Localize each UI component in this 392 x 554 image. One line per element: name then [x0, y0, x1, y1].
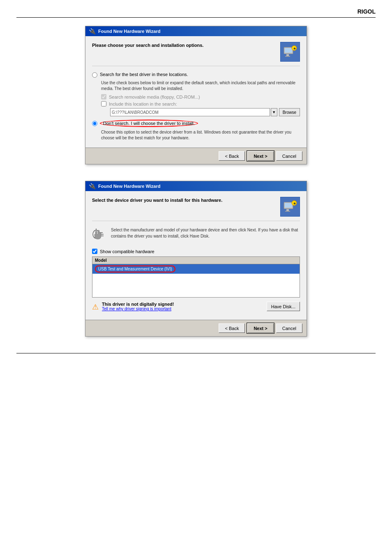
svg-rect-9 [285, 211, 290, 212]
dialog1-body: Please choose your search and installati… [85, 36, 307, 148]
dialog2-footer: < Back Next > Cancel [85, 320, 307, 336]
include-location-label: Include this location in the search: [109, 102, 177, 106]
info-text: Select the manufacturer and model of you… [111, 227, 300, 239]
hand-icon [92, 227, 107, 245]
warning-row: ⚠ This driver is not digitally signed! T… [92, 302, 174, 312]
dialog1-header-text: Please choose your search and installati… [92, 42, 280, 48]
model-table-body: USB Test and Measurement Device (IVI) [92, 264, 300, 297]
dialog1-title-icon: 🔌 [89, 28, 96, 35]
info-icon-row: Select the manufacturer and model of you… [92, 227, 300, 245]
dialog1-back-button[interactable]: < Back [219, 151, 245, 161]
dont-search-label[interactable]: Don't search. I will choose the driver t… [103, 121, 195, 126]
dialog1-titlebar: 🔌 Found New Hardware Wizard [85, 26, 307, 36]
model-row-selected[interactable]: USB Test and Measurement Device (IVI) [92, 264, 300, 274]
dialog2-header-row: Select the device driver you want to ins… [92, 197, 300, 221]
path-row: ▼ Browse [110, 108, 300, 116]
svg-rect-7 [285, 203, 292, 208]
dialog1-header-row: Please choose your search and installati… [92, 42, 300, 66]
model-item-highlighted: USB Test and Measurement Device (IVI) [95, 265, 175, 272]
dialog2-select-driver: 🔌 Found New Hardware Wizard Select the d… [85, 181, 307, 337]
include-location-checkbox[interactable] [101, 101, 106, 106]
svg-rect-1 [285, 48, 292, 53]
dialog1-found-new-hardware: 🔌 Found New Hardware Wizard Please choos… [85, 26, 307, 164]
dont-search-radio[interactable] [92, 121, 97, 126]
model-table-header: Model [92, 257, 300, 264]
dialog1-cancel-button[interactable]: Cancel [276, 151, 302, 161]
dialog1-title: Found New Hardware Wizard [98, 29, 160, 34]
path-dropdown[interactable]: ▼ [271, 108, 277, 116]
warning-title: This driver is not digitally signed! [102, 302, 174, 307]
option2-content: Choose this option to select the device … [101, 129, 300, 141]
dialog2-body: Select the device driver you want to ins… [85, 191, 307, 320]
svg-rect-2 [286, 54, 289, 56]
include-location-row: Include this location in the search: [101, 101, 300, 106]
show-compat-checkbox[interactable] [92, 249, 97, 254]
search-removable-checkbox[interactable] [101, 94, 106, 99]
have-disk-button[interactable]: Have Disk... [267, 302, 300, 311]
search-removable-label: Search removable media (floppy, CD-ROM..… [109, 95, 200, 99]
rigol-brand: RIGOL [16, 8, 376, 18]
dialog2-header-text: Select the device driver you want to ins… [92, 197, 280, 203]
dialog2-next-button[interactable]: Next > [247, 323, 273, 333]
model-table: Model USB Test and Measurement Device (I… [92, 256, 300, 298]
dialog2-hardware-icon: ★ [280, 197, 300, 217]
show-compat-label: Show compatible hardware [100, 249, 154, 254]
driver-signing-link[interactable]: Tell me why driver signing is important [102, 307, 171, 311]
search-radio[interactable] [92, 72, 97, 78]
option2-subtext: Choose this option to select the device … [101, 129, 300, 141]
path-input[interactable] [110, 108, 270, 116]
svg-text:★: ★ [293, 201, 296, 205]
dialog1-next-button[interactable]: Next > [247, 151, 273, 161]
svg-text:★: ★ [293, 46, 296, 51]
option1-row: Search for the best driver in these loca… [92, 72, 300, 78]
option1-label[interactable]: Search for the best driver in these loca… [100, 72, 188, 77]
browse-button[interactable]: Browse [279, 108, 300, 116]
dialog2-back-button[interactable]: < Back [219, 323, 245, 333]
warning-icon: ⚠ [92, 302, 99, 312]
dialog2-cancel-button[interactable]: Cancel [276, 323, 302, 333]
dialog2-title: Found New Hardware Wizard [98, 184, 160, 189]
brand-text: RIGOL [357, 8, 376, 15]
svg-rect-8 [286, 209, 289, 211]
hardware-wizard-icon: ★ [280, 42, 300, 62]
dialog2-title-icon: 🔌 [89, 183, 96, 189]
dont-search-row: Don't search. I will choose the driver t… [92, 120, 300, 127]
dont-search-label-highlighted: Don't search. I will choose the driver t… [100, 120, 198, 127]
search-removable-row: Search removable media (floppy, CD-ROM..… [101, 94, 300, 99]
option1-content: Use the check boxes below to limit or ex… [101, 80, 300, 116]
svg-rect-3 [285, 56, 290, 57]
dialog2-titlebar: 🔌 Found New Hardware Wizard [85, 181, 307, 191]
option1-subtext: Use the check boxes below to limit or ex… [101, 80, 300, 92]
warning-text: This driver is not digitally signed! Tel… [102, 302, 174, 311]
dialog1-footer: < Back Next > Cancel [85, 148, 307, 164]
model-item-text: USB Test and Measurement Device (IVI) [98, 267, 172, 271]
bottom-divider [16, 353, 376, 353]
show-compat-row: Show compatible hardware [92, 249, 300, 254]
warning-and-disk-row: ⚠ This driver is not digitally signed! T… [92, 302, 300, 314]
